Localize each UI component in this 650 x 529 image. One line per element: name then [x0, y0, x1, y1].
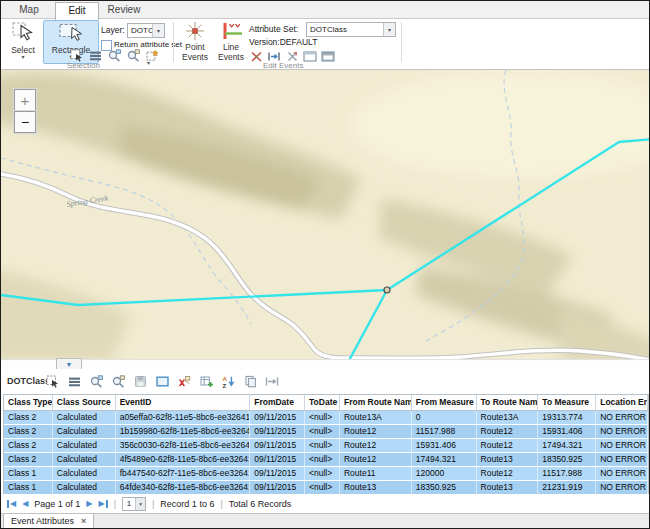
table-cell[interactable]: Route13 [477, 453, 539, 466]
table-cell[interactable]: 17494.321 [412, 453, 477, 466]
table-cell[interactable]: Route12 [340, 453, 412, 466]
column-header[interactable]: Class Source [53, 395, 116, 410]
table-cell[interactable]: Class 1 [4, 467, 53, 480]
table-cell[interactable]: Route11 [340, 467, 412, 480]
table-cell[interactable]: <null> [305, 481, 340, 494]
selection-list-icon[interactable] [88, 48, 102, 62]
table-cell[interactable]: NO ERROR [596, 439, 648, 452]
table-cell[interactable]: Route13A [340, 411, 412, 424]
table-cell[interactable]: <null> [305, 439, 340, 452]
next-page-button[interactable]: ▶ [86, 500, 92, 508]
save-icon[interactable] [133, 374, 147, 388]
table-cell[interactable]: Calculated [53, 425, 116, 438]
selection-view-icon[interactable] [155, 374, 169, 388]
measure-icon[interactable] [265, 374, 279, 388]
table-cell[interactable]: 11517.988 [538, 467, 596, 480]
map-canvas[interactable]: Spring Creek + − [1, 70, 649, 359]
table-cell[interactable]: 09/11/2015 [250, 481, 305, 494]
column-header[interactable]: From Route Name [340, 395, 412, 410]
table-cell[interactable]: Route13 [477, 481, 539, 494]
event-form-icon[interactable] [303, 49, 317, 63]
first-page-button[interactable]: ◀ [7, 500, 16, 508]
table-cell[interactable]: NO ERROR [596, 467, 648, 480]
table-cell[interactable]: 15931.406 [538, 425, 596, 438]
table-cell[interactable]: 09/11/2015 [250, 425, 305, 438]
previous-page-button[interactable]: ◀ [22, 500, 28, 508]
table-cell[interactable]: 15931.406 [412, 439, 477, 452]
dropdown-caret-icon[interactable]: ▾ [383, 23, 395, 36]
table-cell[interactable]: 18350.925 [538, 453, 596, 466]
table-cell[interactable]: Calculated [53, 411, 116, 424]
table-cell[interactable]: 120000 [412, 467, 477, 480]
column-header[interactable]: Location Error [596, 395, 648, 410]
zoom-out-button[interactable]: − [14, 111, 36, 133]
table-cell[interactable]: Class 2 [4, 439, 53, 452]
table-cell[interactable]: Class 2 [4, 411, 53, 424]
table-cell[interactable]: 1b159980-62f8-11e5-8bc6-ee32641d5ec9 [116, 425, 251, 438]
add-records-icon[interactable] [199, 374, 213, 388]
tab-map[interactable]: Map [9, 2, 49, 18]
table-cell[interactable]: <null> [305, 425, 340, 438]
table-cell[interactable]: NO ERROR [596, 411, 648, 424]
column-header[interactable]: Class Type [4, 395, 53, 410]
tab-event-attributes[interactable]: Event Attributes × [3, 514, 94, 529]
attribute-set-dropdown[interactable]: DOTClass ▾ [306, 22, 396, 37]
table-cell[interactable]: fb447540-62f7-11e5-8bc6-ee32641d5ec9 [116, 467, 251, 480]
table-cell[interactable]: 356c0030-62f8-11e5-8bc6-ee32641d5ec9 [116, 439, 251, 452]
table-cell[interactable]: Calculated [53, 453, 116, 466]
layer-dropdown[interactable]: DOTClass ▾ [127, 23, 165, 38]
table-cell[interactable]: Route12 [477, 425, 539, 438]
table-cell[interactable]: 4f5489e0-62f8-11e5-8bc6-ee32641d5ec9 [116, 453, 251, 466]
table-cell[interactable]: Route13A [477, 411, 539, 424]
select-features-icon[interactable] [69, 48, 83, 62]
zoom-in-button[interactable]: + [14, 89, 36, 111]
sort-icon[interactable]: AZ [221, 374, 235, 388]
table-cell[interactable]: NO ERROR [596, 453, 648, 466]
select-tool-button[interactable]: Select ▾ [3, 20, 43, 64]
records-menu-icon[interactable] [67, 374, 81, 388]
split-event-icon[interactable] [249, 49, 263, 63]
tab-review[interactable]: Review [101, 2, 147, 18]
table-cell[interactable]: Route12 [477, 439, 539, 452]
attribute-copy-icon[interactable] [243, 374, 257, 388]
table-row[interactable]: Class 1Calculatedfb447540-62f7-11e5-8bc6… [4, 467, 648, 481]
table-cell[interactable]: Calculated [53, 467, 116, 480]
table-cell[interactable]: Calculated [53, 439, 116, 452]
zoom-to-selection-icon[interactable] [107, 48, 121, 62]
table-cell[interactable]: Route13 [340, 481, 412, 494]
pan-to-selection-icon[interactable] [126, 48, 140, 62]
remove-selection-icon[interactable] [177, 374, 191, 388]
table-cell[interactable]: 09/11/2015 [250, 439, 305, 452]
table-row[interactable]: Class 2Calculated1b159980-62f8-11e5-8bc6… [4, 425, 648, 439]
table-cell[interactable]: 17494.321 [538, 439, 596, 452]
close-icon[interactable]: × [81, 516, 86, 526]
table-row[interactable]: Class 1Calculated64fde340-62f8-11e5-8bc6… [4, 481, 648, 495]
table-cell[interactable]: 18350.925 [412, 481, 477, 494]
table-cell[interactable]: 09/11/2015 [250, 411, 305, 424]
table-cell[interactable]: <null> [305, 411, 340, 424]
column-header[interactable]: To Measure [538, 395, 596, 410]
table-cell[interactable]: Route12 [340, 425, 412, 438]
table-cell[interactable]: Route12 [340, 439, 412, 452]
column-header[interactable]: To Route Name [477, 395, 539, 410]
table-cell[interactable]: Class 1 [4, 481, 53, 494]
chevron-down-icon[interactable]: ▾ [147, 61, 150, 66]
dropdown-caret-icon[interactable]: ▾ [152, 24, 164, 37]
table-cell[interactable]: Route12 [477, 467, 539, 480]
table-cell[interactable]: Calculated [53, 481, 116, 494]
table-row[interactable]: Class 2Calculated4f5489e0-62f8-11e5-8bc6… [4, 453, 648, 467]
table-row[interactable]: Class 2Calculated356c0030-62f8-11e5-8bc6… [4, 439, 648, 453]
column-header[interactable]: From Measure [412, 395, 477, 410]
table-cell[interactable]: Class 2 [4, 425, 53, 438]
table-cell[interactable]: 19313.774 [538, 411, 596, 424]
table-cell[interactable]: Class 2 [4, 453, 53, 466]
pan-to-selected-icon[interactable] [111, 374, 125, 388]
select-records-icon[interactable] [45, 374, 59, 388]
dropdown-caret-icon[interactable]: ▾ [135, 498, 145, 510]
table-cell[interactable]: 11517.988 [412, 425, 477, 438]
line-events-button[interactable]: Line Events [213, 21, 249, 62]
route-junction-marker[interactable] [384, 287, 390, 293]
table-cell[interactable]: NO ERROR [596, 425, 648, 438]
column-header[interactable]: FromDate [250, 395, 305, 410]
table-cell[interactable]: NO ERROR [596, 481, 648, 494]
